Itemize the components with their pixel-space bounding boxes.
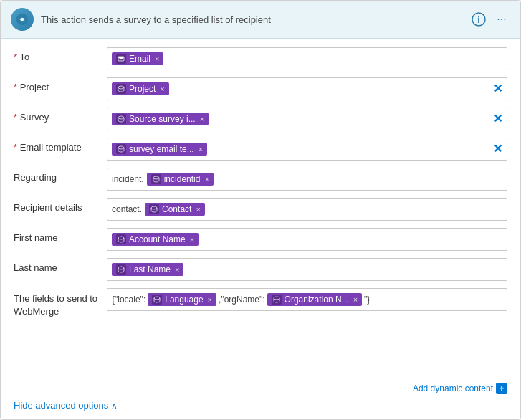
token-org-name-close[interactable]: × (353, 296, 358, 304)
field-row-email-template: * Email template survey email te... × ✕ (14, 138, 507, 162)
svg-point-9 (151, 206, 157, 209)
add-dynamic-row: Add dynamic content + (14, 383, 507, 394)
svg-point-11 (118, 267, 124, 269)
add-dynamic-content-button[interactable]: Add dynamic content (413, 383, 493, 393)
token-email: Email × (112, 52, 163, 65)
hide-advanced-label: Hide advanced options (14, 400, 108, 411)
field-to[interactable]: Email × (107, 47, 507, 70)
token-account-name-label: Account Name (129, 234, 186, 244)
label-email-template: * Email template (14, 138, 107, 153)
token-incidentid-icon (151, 174, 161, 184)
label-first-name: First name (14, 228, 107, 243)
field-row-recipient-details: Recipient details contact. Contact × (14, 198, 507, 222)
token-account-name: Account Name × (112, 233, 199, 246)
card-body: * To Email × * Project (1, 39, 520, 378)
hide-advanced-row: Hide advanced options ∧ (14, 397, 507, 411)
token-last-name-icon (116, 264, 126, 275)
token-email-icon (116, 54, 126, 64)
chevron-up-icon: ∧ (111, 401, 118, 411)
token-account-name-icon (116, 234, 126, 244)
label-recipient-details: Recipient details (14, 198, 107, 213)
field-row-project: * Project Project × ✕ (14, 77, 507, 102)
add-dynamic-plus-icon[interactable]: + (496, 383, 507, 394)
field-recipient-details[interactable]: contact. Contact × (107, 198, 507, 221)
field-email-template-clear[interactable]: ✕ (493, 143, 502, 155)
field-row-to: * To Email × (14, 47, 507, 72)
token-contact-label: Contact (162, 204, 191, 214)
field-project-clear[interactable]: ✕ (493, 83, 502, 95)
action-card: This action sends a survey to a specifie… (0, 0, 521, 420)
token-survey-icon (116, 114, 126, 124)
token-last-name-close[interactable]: × (175, 266, 179, 274)
token-email-template-icon (116, 144, 126, 154)
token-account-name-close[interactable]: × (190, 236, 194, 244)
header-logo (11, 8, 34, 31)
svg-point-12 (154, 297, 160, 300)
label-to: * To (14, 47, 107, 62)
token-org-name-icon (272, 295, 282, 305)
field-webmerge[interactable]: {"locale": Language × ,"orgName": Organi… (107, 288, 507, 311)
label-regarding: Regarding (14, 168, 107, 183)
token-last-name-label: Last Name (129, 264, 171, 275)
webmerge-text-end: "} (364, 295, 370, 305)
token-survey-close[interactable]: × (200, 115, 204, 123)
token-email-template-label: survey email te... (129, 144, 194, 154)
field-regarding[interactable]: incident. incidentid × (107, 168, 507, 191)
webmerge-text-locale: {"locale": (112, 295, 145, 305)
header-title: This action sends a survey to a specifie… (41, 14, 463, 25)
card-header: This action sends a survey to a specifie… (1, 1, 520, 39)
token-project-icon (116, 84, 126, 94)
token-incidentid: incidentid × (147, 173, 214, 186)
token-language: Language × (148, 293, 216, 306)
token-incidentid-label: incidentid (164, 174, 201, 184)
svg-point-13 (274, 297, 279, 300)
hide-advanced-button[interactable]: Hide advanced options ∧ (14, 400, 118, 411)
token-contact-close[interactable]: × (196, 206, 200, 214)
field-row-last-name: Last name Last Name × (14, 258, 507, 282)
token-email-label: Email (129, 54, 150, 64)
token-last-name: Last Name × (112, 263, 183, 276)
token-email-template: survey email te... × (112, 143, 207, 156)
token-incidentid-close[interactable]: × (204, 176, 209, 183)
regarding-prefix: incident. (112, 174, 144, 184)
svg-text:i: i (477, 15, 479, 25)
field-survey-clear[interactable]: ✕ (493, 113, 502, 125)
svg-point-5 (118, 86, 124, 89)
webmerge-text-orgname: ,"orgName": (219, 295, 265, 305)
token-org-name: Organization N... × (267, 293, 362, 306)
label-last-name: Last name (14, 258, 107, 273)
field-row-regarding: Regarding incident. incidentid × (14, 168, 507, 192)
label-survey: * Survey (14, 108, 107, 123)
field-row-first-name: First name Account Name × (14, 228, 507, 252)
token-survey: Source survey i... × (112, 113, 209, 125)
token-language-close[interactable]: × (208, 296, 212, 304)
label-project: * Project (14, 77, 107, 92)
header-actions: i ··· (470, 11, 510, 28)
token-contact-icon (149, 204, 159, 214)
svg-point-6 (118, 116, 124, 119)
recipient-prefix: contact. (112, 204, 142, 214)
token-survey-label: Source survey i... (129, 114, 196, 124)
token-project-label: Project (129, 84, 156, 94)
field-first-name[interactable]: Account Name × (107, 228, 507, 251)
info-button[interactable]: i (470, 11, 487, 28)
field-project[interactable]: Project × ✕ (107, 77, 507, 100)
field-row-survey: * Survey Source survey i... × ✕ (14, 108, 507, 132)
token-contact: Contact × (145, 203, 205, 216)
more-options-button[interactable]: ··· (493, 11, 510, 28)
token-email-template-close[interactable]: × (199, 145, 203, 153)
svg-point-7 (118, 146, 124, 149)
label-webmerge: The fields to send to WebMerge (14, 288, 107, 318)
card-footer: Add dynamic content + Hide advanced opti… (1, 378, 520, 419)
svg-point-10 (118, 237, 124, 239)
token-project: Project × (112, 82, 169, 95)
field-email-template[interactable]: survey email te... × ✕ (107, 138, 507, 161)
token-email-close[interactable]: × (155, 55, 159, 63)
svg-point-8 (153, 176, 159, 179)
token-project-close[interactable]: × (160, 85, 164, 93)
token-org-name-label: Organization N... (285, 295, 349, 305)
svg-point-1 (21, 18, 24, 21)
token-language-icon (152, 295, 162, 305)
field-last-name[interactable]: Last Name × (107, 258, 507, 281)
field-survey[interactable]: Source survey i... × ✕ (107, 108, 507, 130)
